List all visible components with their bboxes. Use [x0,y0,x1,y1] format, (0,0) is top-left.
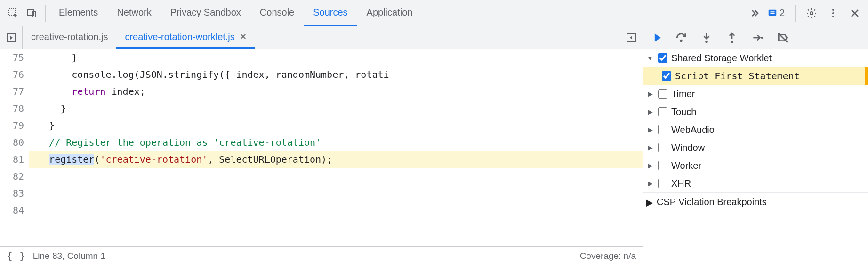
sources-pane: creative-rotation.jscreative-rotation-wo… [0,26,643,265]
step-out-icon[interactable] [722,28,742,47]
file-tabs: creative-rotation.jscreative-rotation-wo… [23,26,620,49]
chevron-right-icon: ▶ [646,180,654,187]
inspect-icon[interactable] [4,4,23,23]
breakpoint-checkbox[interactable] [662,71,671,81]
issues-button[interactable]: 2 [764,8,788,18]
svg-point-13 [761,36,763,38]
svg-point-4 [810,12,813,15]
svg-point-6 [832,12,834,14]
line-number[interactable]: 84 [2,202,24,219]
line-gutter: 75767778798081828384 [0,49,29,246]
file-tab-label: creative-rotation-worklet.js [125,32,234,42]
group-checkbox[interactable] [658,107,667,116]
resume-icon[interactable] [646,28,666,47]
line-number[interactable]: 82 [2,168,24,185]
line-number[interactable]: 75 [2,49,24,66]
step-icon[interactable] [747,28,767,47]
svg-point-12 [731,40,733,42]
line-number[interactable]: 76 [2,66,24,83]
debugger-pane: ▼ Shared Storage Worklet Script First St… [643,26,868,265]
group-label: Touch [671,107,696,117]
close-icon[interactable]: ✕ [240,32,247,42]
show-navigator-icon[interactable] [0,26,23,49]
code-line[interactable]: return index; [29,83,643,100]
svg-point-11 [705,40,707,42]
group-checkbox[interactable] [658,143,667,152]
breakpoint-group[interactable]: ▶WebAudio [643,121,868,139]
code-line[interactable]: } [29,100,643,117]
breakpoint-label: Script First Statement [675,70,800,82]
line-number[interactable]: 80 [2,134,24,151]
breakpoint-script-first-statement[interactable]: Script First Statement [643,67,868,85]
more-tabs-icon[interactable] [745,4,764,23]
line-number[interactable]: 81 [2,151,24,168]
breakpoint-group[interactable]: ▶XHR [643,174,868,192]
chevron-right-icon: ▶ [646,197,653,208]
group-checkbox[interactable] [658,179,667,188]
panel-tab-elements[interactable]: Elements [49,0,107,26]
device-toggle-icon[interactable] [23,4,41,23]
breakpoint-group[interactable]: ▶Worker [643,157,868,174]
csp-violation-section[interactable]: ▶ CSP Violation Breakpoints [643,192,868,211]
group-label: Timer [671,89,695,99]
group-checkbox[interactable] [658,89,667,99]
svg-point-5 [832,9,834,11]
line-number[interactable]: 83 [2,185,24,202]
file-tab[interactable]: creative-rotation-worklet.js✕ [116,26,255,49]
section-label: CSP Violation Breakpoints [657,197,767,207]
code-line[interactable]: } [29,49,643,66]
panel-tab-sources[interactable]: Sources [304,0,357,26]
breakpoint-group[interactable]: ▶Window [643,139,868,157]
chevron-right-icon: ▶ [646,108,654,116]
debug-controls [643,26,868,49]
chevron-right-icon: ▶ [646,90,654,98]
panel-tabs: ElementsNetworkPrivacy SandboxConsoleSou… [49,0,745,26]
issues-count: 2 [780,8,785,18]
chevron-right-icon: ▶ [646,162,654,169]
line-number[interactable]: 79 [2,117,24,134]
file-tabs-bar: creative-rotation.jscreative-rotation-wo… [0,26,643,49]
code-line[interactable]: register('creative-rotation', SelectURLO… [29,151,643,168]
close-icon[interactable] [845,4,864,23]
code-line[interactable]: } [29,117,643,134]
event-listener-breakpoints: ▼ Shared Storage Worklet Script First St… [643,49,868,265]
kebab-menu-icon[interactable] [824,4,843,23]
coverage-status: Coverage: n/a [580,251,636,261]
breakpoint-group-shared-storage[interactable]: ▼ Shared Storage Worklet [643,49,868,67]
panel-tab-network[interactable]: Network [107,0,161,26]
step-into-icon[interactable] [697,28,716,47]
svg-point-10 [680,39,682,41]
group-label: Worker [671,160,701,171]
breakpoint-group[interactable]: ▶Timer [643,85,868,103]
group-checkbox[interactable] [658,53,667,63]
code-content[interactable]: } console.log(JSON.stringify({ index, ra… [29,49,643,246]
main-area: creative-rotation.jscreative-rotation-wo… [0,26,868,265]
group-label: WebAudio [671,124,715,135]
panel-tab-console[interactable]: Console [250,0,304,26]
group-checkbox[interactable] [658,125,667,134]
toolbar-divider [795,5,796,22]
step-over-icon[interactable] [671,28,691,47]
svg-rect-1 [28,10,34,15]
chevron-right-icon: ▶ [646,144,654,151]
group-checkbox[interactable] [658,161,667,170]
chevron-down-icon: ▼ [646,54,654,62]
breakpoint-group[interactable]: ▶Touch [643,103,868,121]
svg-rect-3 [769,9,777,16]
group-label: Shared Storage Worklet [671,53,772,64]
file-tab[interactable]: creative-rotation.js [23,26,116,49]
code-editor[interactable]: 75767778798081828384 } console.log(JSON.… [0,49,643,246]
deactivate-breakpoints-icon[interactable] [773,28,793,47]
show-debugger-icon[interactable] [620,32,643,43]
code-line[interactable]: // Register the operation as 'creative-r… [29,134,643,151]
devtools-toolbar: ElementsNetworkPrivacy SandboxConsoleSou… [0,0,868,26]
cursor-position: Line 83, Column 1 [33,251,105,261]
svg-point-7 [832,16,834,17]
line-number[interactable]: 77 [2,83,24,100]
line-number[interactable]: 78 [2,100,24,117]
panel-tab-application[interactable]: Application [357,0,422,26]
pretty-print-icon[interactable]: { } [7,250,25,262]
panel-tab-privacy[interactable]: Privacy Sandbox [161,0,250,26]
settings-gear-icon[interactable] [802,4,821,23]
code-line[interactable]: console.log(JSON.stringify({ index, rand… [29,66,643,83]
